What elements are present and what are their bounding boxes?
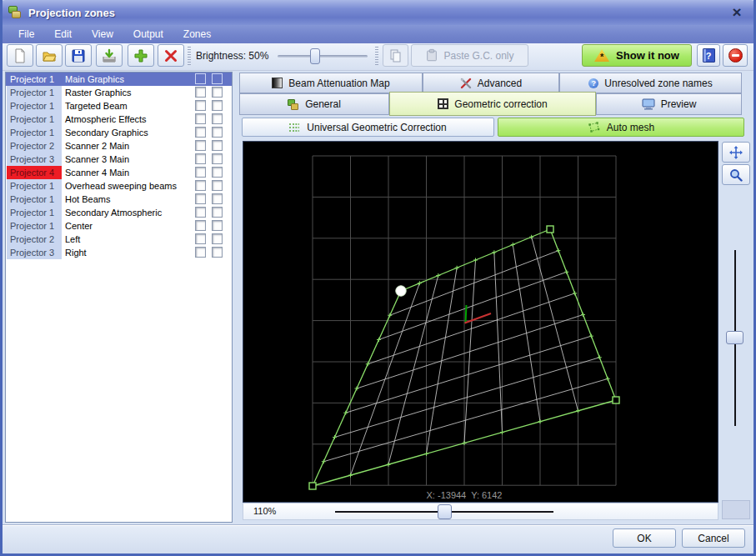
zone-name-cell[interactable]: Secondary Atmospheric bbox=[63, 206, 193, 219]
zone-name-cell[interactable]: Atmospheric Effects bbox=[63, 113, 193, 126]
zone-checkbox-1[interactable] bbox=[195, 127, 206, 138]
menu-edit[interactable]: Edit bbox=[45, 27, 81, 42]
zone-checkbox-2[interactable] bbox=[212, 193, 223, 204]
zone-row[interactable]: Projector 1Center bbox=[6, 219, 232, 233]
tab-general[interactable]: General bbox=[239, 93, 389, 115]
zone-name-cell[interactable]: Hot Beams bbox=[63, 193, 193, 206]
zone-name-cell[interactable]: Secondary Graphics bbox=[63, 126, 193, 139]
zone-name-cell[interactable]: Scanner 2 Main bbox=[63, 139, 193, 153]
projector-cell[interactable]: Projector 1 bbox=[7, 219, 62, 233]
projector-cell[interactable]: Projector 3 bbox=[7, 246, 62, 259]
open-button[interactable] bbox=[36, 44, 63, 67]
new-button[interactable] bbox=[7, 44, 33, 67]
universal-geometric-correction-button[interactable]: Universal Geometric Correction bbox=[242, 118, 494, 137]
titlebar[interactable]: Projection zones × bbox=[0, 0, 756, 25]
tab-advanced[interactable]: Advanced bbox=[423, 73, 559, 93]
paste-gc-button[interactable]: Paste G.C. only bbox=[411, 44, 528, 67]
zone-checkbox-1[interactable] bbox=[195, 193, 206, 204]
zone-checkbox-1[interactable] bbox=[195, 247, 206, 258]
zone-name-cell[interactable]: Raster Graphics bbox=[63, 86, 193, 99]
zone-name-cell[interactable]: Right bbox=[63, 246, 193, 259]
zone-checkbox-1[interactable] bbox=[195, 153, 206, 164]
projector-cell[interactable]: Projector 2 bbox=[7, 139, 62, 153]
zone-checkbox-1[interactable] bbox=[195, 140, 206, 151]
zone-name-cell[interactable]: Overhead sweeping beams bbox=[63, 179, 193, 193]
projector-cell[interactable]: Projector 1 bbox=[7, 113, 62, 126]
cancel-button[interactable]: Cancel bbox=[682, 528, 745, 548]
mesh-corner-handle[interactable] bbox=[547, 226, 553, 233]
tab-preview[interactable]: Preview bbox=[596, 93, 742, 115]
zone-row[interactable]: Projector 1Overhead sweeping beams bbox=[6, 179, 232, 193]
zone-checkbox-1[interactable] bbox=[195, 73, 206, 84]
menu-view[interactable]: View bbox=[83, 27, 123, 42]
vertical-zoom-slider-thumb[interactable] bbox=[726, 331, 743, 344]
zone-row[interactable]: Projector 1Secondary Graphics bbox=[6, 126, 232, 139]
projector-cell[interactable]: Projector 1 bbox=[7, 126, 62, 139]
zone-checkbox-2[interactable] bbox=[212, 180, 223, 191]
close-icon[interactable]: × bbox=[726, 2, 748, 23]
zone-row[interactable]: Projector 1Secondary Atmospheric bbox=[6, 206, 232, 219]
zone-name-cell[interactable]: Scanner 3 Main bbox=[63, 153, 193, 166]
projector-cell[interactable]: Projector 1 bbox=[7, 206, 62, 219]
zone-row[interactable]: Projector 4Scanner 4 Main bbox=[6, 166, 232, 179]
zone-checkbox-1[interactable] bbox=[195, 207, 206, 218]
blackout-button[interactable] bbox=[723, 44, 748, 67]
zone-name-cell[interactable]: Scanner 4 Main bbox=[63, 166, 193, 179]
zone-checkbox-2[interactable] bbox=[212, 87, 223, 98]
menu-zones[interactable]: Zones bbox=[174, 27, 220, 42]
menu-file[interactable]: File bbox=[9, 27, 43, 42]
ok-button[interactable]: OK bbox=[613, 528, 676, 548]
zone-row[interactable]: Projector 3Right bbox=[6, 246, 232, 259]
zone-checkbox-2[interactable] bbox=[212, 113, 223, 124]
menu-output[interactable]: Output bbox=[124, 27, 173, 42]
horizontal-zoom-slider-thumb[interactable] bbox=[438, 504, 452, 519]
zone-row[interactable]: Projector 1Raster Graphics bbox=[6, 86, 232, 99]
zone-checkbox-2[interactable] bbox=[212, 100, 223, 111]
zone-row[interactable]: Projector 1Main Graphics bbox=[6, 73, 232, 86]
projector-cell[interactable]: Projector 1 bbox=[7, 86, 62, 99]
delete-zone-button[interactable] bbox=[158, 44, 184, 67]
tab-geometric-correction[interactable]: Geometric correction bbox=[389, 92, 596, 116]
tab-unresolved-zone-names[interactable]: ? Unresolved zone names bbox=[559, 73, 742, 93]
projector-cell[interactable]: Projector 1 bbox=[7, 99, 62, 113]
mesh-corner-handle[interactable] bbox=[613, 397, 619, 403]
zone-checkbox-2[interactable] bbox=[212, 220, 223, 231]
zone-checkbox-1[interactable] bbox=[195, 220, 206, 231]
zone-checkbox-2[interactable] bbox=[212, 233, 223, 244]
help-button[interactable]: ? bbox=[697, 44, 720, 67]
projector-cell[interactable]: Projector 2 bbox=[7, 233, 62, 246]
zone-name-cell[interactable]: Left bbox=[63, 233, 193, 246]
zone-row[interactable]: Projector 1Targeted Beam bbox=[6, 99, 232, 113]
zone-row[interactable]: Projector 2Scanner 2 Main bbox=[6, 139, 232, 153]
projector-cell[interactable]: Projector 4 bbox=[7, 166, 62, 179]
zone-checkbox-1[interactable] bbox=[195, 167, 206, 178]
zone-name-cell[interactable]: Main Graphics bbox=[63, 73, 193, 86]
mesh-corner-handle[interactable] bbox=[309, 483, 316, 489]
zone-checkbox-2[interactable] bbox=[212, 73, 223, 84]
zone-checkbox-2[interactable] bbox=[212, 207, 223, 218]
projector-cell[interactable]: Projector 3 bbox=[7, 153, 62, 166]
zone-list[interactable]: Projector 1Main GraphicsProjector 1Raste… bbox=[5, 72, 233, 523]
zone-name-cell[interactable]: Center bbox=[63, 219, 193, 233]
tab-beam-attenuation-map[interactable]: Beam Attenuation Map bbox=[239, 73, 423, 93]
zone-row[interactable]: Projector 1Atmospheric Effects bbox=[6, 113, 232, 126]
brightness-slider-thumb[interactable] bbox=[310, 48, 320, 64]
add-zone-button[interactable] bbox=[128, 44, 154, 67]
zone-checkbox-2[interactable] bbox=[212, 127, 223, 138]
zone-checkbox-2[interactable] bbox=[212, 153, 223, 164]
brightness-slider-track[interactable] bbox=[278, 55, 368, 58]
projector-cell[interactable]: Projector 1 bbox=[7, 73, 62, 86]
save-button[interactable] bbox=[65, 44, 92, 67]
geometric-correction-mesh[interactable] bbox=[243, 142, 718, 502]
zone-checkbox-1[interactable] bbox=[195, 100, 206, 111]
zone-checkbox-2[interactable] bbox=[212, 167, 223, 178]
zone-checkbox-1[interactable] bbox=[195, 87, 206, 98]
pan-button[interactable] bbox=[722, 142, 750, 163]
auto-mesh-button[interactable]: Auto mesh bbox=[498, 118, 744, 137]
zoom-button[interactable] bbox=[722, 164, 750, 185]
zone-row[interactable]: Projector 1Hot Beams bbox=[6, 193, 232, 206]
copy-button[interactable] bbox=[383, 44, 408, 67]
projector-cell[interactable]: Projector 1 bbox=[7, 179, 62, 193]
import-button[interactable] bbox=[96, 44, 123, 67]
zone-checkbox-1[interactable] bbox=[195, 233, 206, 244]
